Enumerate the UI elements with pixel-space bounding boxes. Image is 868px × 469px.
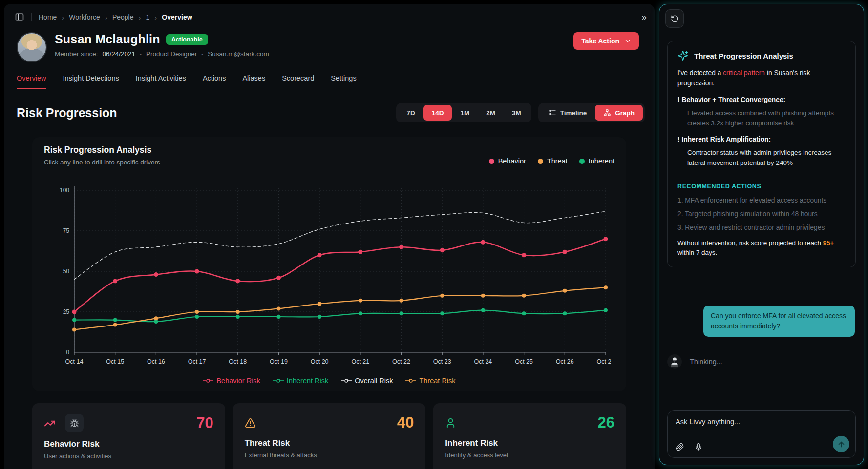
line-marker-icon [203, 378, 213, 383]
main-app: Home › Workforce › People › 1 › Overview… [4, 4, 655, 469]
chevrons-right-icon[interactable]: » [641, 12, 646, 22]
assistant-avatar [667, 354, 682, 369]
breadcrumb-id[interactable]: 1 [146, 13, 150, 21]
svg-text:0: 0 [66, 349, 69, 356]
svg-text:Oct 23: Oct 23 [433, 358, 451, 365]
tab-aliases[interactable]: Aliases [242, 74, 265, 89]
actionable-badge: Actionable [166, 34, 208, 45]
legend-behavior-risk[interactable]: Behavior Risk [203, 377, 260, 385]
svg-text:Oct 18: Oct 18 [229, 358, 247, 365]
tab-insight-activities[interactable]: Insight Activities [136, 74, 186, 89]
behavior-risk-value: 70 [196, 414, 213, 432]
recommended-action-3: 3. Review and restrict contractor admin … [677, 224, 846, 231]
chat-input[interactable] [676, 418, 847, 436]
paperclip-icon[interactable] [676, 443, 684, 451]
critical-pattern-highlight: critical pattern [723, 69, 765, 77]
divider [677, 176, 846, 176]
view-toggle-group: Timeline Graph [538, 103, 645, 122]
dot-separator: • [201, 51, 203, 57]
role-label: Product Designer [146, 50, 197, 58]
threat-risk-value: 40 [397, 414, 414, 431]
send-button[interactable] [833, 436, 849, 452]
take-action-label: Take Action [581, 37, 619, 45]
sidebar-toggle-icon[interactable] [15, 12, 24, 22]
legend-inherent-risk[interactable]: Inherent Risk [273, 377, 328, 385]
risk-progression-chart[interactable]: 0255075100Oct 14Oct 15Oct 16Oct 17Oct 18… [40, 183, 611, 376]
profile-tabs: Overview Insight Detections Insight Acti… [4, 74, 655, 89]
tab-scorecard[interactable]: Scorecard [282, 74, 314, 89]
svg-text:Oct 20: Oct 20 [311, 358, 329, 365]
top-bar: Home › Workforce › People › 1 › Overview… [4, 4, 655, 22]
line-marker-icon [405, 378, 416, 383]
breadcrumb: Home › Workforce › People › 1 › Overview [39, 13, 192, 21]
timeline-view-button[interactable]: Timeline [540, 105, 595, 121]
chat-input-box [667, 410, 856, 458]
tab-insight-detections[interactable]: Insight Detections [63, 74, 119, 89]
range-7d-button[interactable]: 7D [398, 105, 423, 121]
assistant-status-row: Thinking... [667, 354, 856, 369]
rotate-ccw-icon [671, 15, 679, 23]
inherent-risk-card[interactable]: 26 Inherent Risk Identity & access level… [433, 403, 626, 469]
legend-threat[interactable]: Threat [538, 157, 568, 165]
card-title: Threat Risk [245, 438, 414, 448]
behavior-risk-card[interactable]: 70 Behavior Risk User actions & activiti… [32, 403, 225, 469]
arrow-up-icon [837, 440, 846, 449]
trending-up-icon [44, 418, 55, 429]
microphone-icon[interactable] [694, 443, 703, 451]
breadcrumb-people[interactable]: People [112, 13, 134, 21]
legend-threat-risk[interactable]: Threat Risk [405, 377, 455, 385]
threat-risk-card[interactable]: 40 Threat Risk External threats & attack… [233, 403, 426, 469]
reset-conversation-button[interactable] [665, 9, 684, 28]
chevron-right-icon: › [105, 13, 107, 21]
tab-settings[interactable]: Settings [331, 74, 356, 89]
take-action-button[interactable]: Take Action [573, 32, 639, 50]
chart-title: Risk Progression Analysis [44, 145, 160, 155]
profile-meta: Member since: 06/24/2021 • Product Desig… [55, 50, 269, 58]
graph-view-button[interactable]: Graph [595, 105, 643, 121]
breadcrumb-overview[interactable]: Overview [162, 13, 192, 21]
range-1m-button[interactable]: 1M [452, 105, 478, 121]
card-title: Behavior Risk [44, 439, 213, 449]
legend-behavior[interactable]: Behavior [489, 157, 526, 165]
inherent-risk-value: 26 [598, 414, 614, 431]
member-since-value: 06/24/2021 [103, 50, 136, 58]
svg-text:Oct 26: Oct 26 [556, 358, 574, 365]
recommended-action-1: 1. MFA enforcement for elevated access a… [677, 197, 846, 204]
chart-legend-bottom: Behavior Risk Inherent Risk Overall Risk… [40, 377, 618, 387]
chevron-right-icon: › [139, 13, 141, 21]
divider [31, 13, 32, 21]
chevron-right-icon: › [154, 13, 157, 21]
projection-score-highlight: 95+ [823, 239, 834, 246]
person-name: Susan Mclaughlin [55, 32, 160, 46]
legend-inherent[interactable]: Inherent [579, 157, 614, 165]
legend-overall-risk[interactable]: Overall Risk [341, 377, 393, 385]
range-2m-button[interactable]: 2M [478, 105, 504, 121]
card-footer-link[interactable]: Click to view 4 drivers [245, 467, 414, 469]
finding-2-body: Contractor status with admin privileges … [677, 147, 846, 168]
sparkles-icon [677, 50, 688, 61]
svg-text:Oct 16: Oct 16 [147, 358, 165, 365]
line-marker-icon [273, 378, 284, 383]
svg-text:Oct 22: Oct 22 [392, 358, 410, 365]
card-footer-link[interactable]: Click to view 4 drivers [445, 467, 614, 469]
behavior-dot-icon [489, 159, 494, 164]
svg-text:Oct 27: Oct 27 [597, 358, 611, 365]
range-14d-button[interactable]: 14D [423, 105, 452, 121]
svg-text:75: 75 [63, 227, 70, 234]
tab-actions[interactable]: Actions [203, 74, 226, 89]
chevron-down-icon [624, 38, 631, 44]
dot-separator: • [140, 51, 142, 57]
svg-text:Oct 25: Oct 25 [515, 358, 533, 365]
card-subtitle: User actions & activities [44, 452, 213, 460]
svg-text:Oct 17: Oct 17 [188, 358, 206, 365]
tab-overview[interactable]: Overview [17, 74, 46, 89]
breadcrumb-workforce[interactable]: Workforce [69, 13, 100, 21]
breadcrumb-home[interactable]: Home [39, 13, 57, 21]
risk-chart-card: Risk Progression Analysis Click any line… [32, 137, 626, 391]
inherent-dot-icon [579, 159, 585, 164]
threat-dot-icon [538, 159, 543, 164]
range-3m-button[interactable]: 3M [504, 105, 529, 121]
line-marker-icon [341, 378, 352, 383]
workflow-icon [603, 109, 611, 117]
bug-icon[interactable] [65, 414, 84, 432]
